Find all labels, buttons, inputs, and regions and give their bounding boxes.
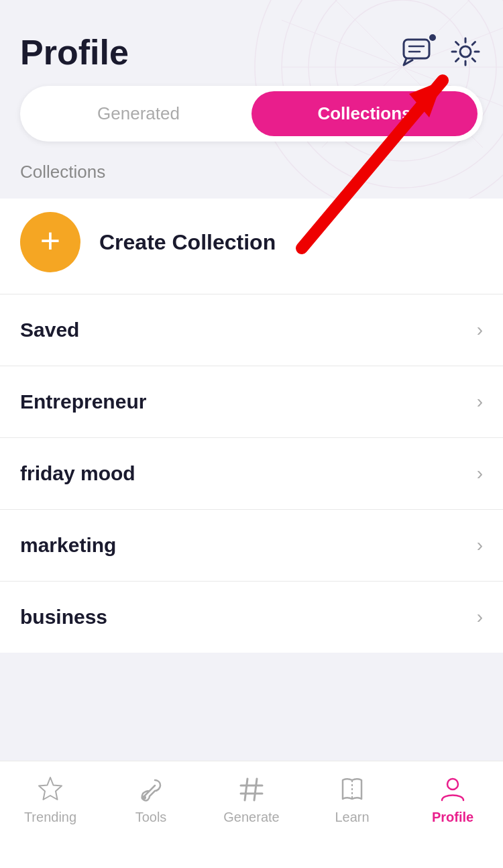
collection-item-business[interactable]: business › [0, 582, 503, 653]
nav-label-profile: Profile [432, 810, 473, 825]
nav-label-tools: Tools [135, 810, 167, 825]
svg-point-10 [142, 796, 146, 800]
collection-item-marketing[interactable]: marketing › [0, 510, 503, 582]
svg-line-11 [245, 779, 247, 800]
collection-name-business: business [20, 606, 107, 629]
create-collection-button[interactable]: + [20, 212, 80, 272]
hash-icon [237, 775, 266, 804]
header: Profile [0, 0, 503, 86]
content-spacer [0, 653, 503, 733]
collection-list: Saved › Entrepreneur › friday mood › mar… [0, 294, 503, 653]
collection-item-saved[interactable]: Saved › [0, 294, 503, 366]
nav-tools[interactable]: Tools [101, 775, 201, 825]
svg-point-16 [447, 779, 458, 790]
header-icons [401, 34, 483, 71]
collection-name-saved: Saved [20, 319, 79, 341]
collection-name-friday-mood: friday mood [20, 462, 135, 485]
nav-generate[interactable]: Generate [201, 775, 302, 825]
nav-label-learn: Learn [335, 810, 369, 825]
svg-point-9 [460, 46, 471, 57]
collection-name-marketing: marketing [20, 534, 116, 557]
tab-generated[interactable]: Generated [25, 91, 252, 136]
nav-label-trending: Trending [24, 810, 76, 825]
chevron-right-icon: › [477, 391, 483, 413]
section-label: Collections [0, 162, 503, 199]
nav-profile[interactable]: Profile [402, 775, 503, 825]
chevron-right-icon: › [477, 463, 483, 484]
chevron-right-icon: › [477, 319, 483, 341]
collection-item-entrepreneur[interactable]: Entrepreneur › [0, 366, 503, 438]
tab-bar: Generated Collections [20, 86, 483, 142]
nav-trending[interactable]: Trending [0, 775, 101, 825]
chevron-right-icon: › [477, 535, 483, 556]
tab-collections[interactable]: Collections [252, 91, 478, 136]
page-title: Profile [20, 32, 129, 72]
svg-line-12 [254, 779, 257, 800]
settings-button[interactable] [448, 34, 483, 71]
collection-item-friday-mood[interactable]: friday mood › [0, 438, 503, 510]
star-icon [36, 775, 65, 804]
plus-icon: + [40, 223, 60, 258]
notification-button[interactable] [401, 34, 436, 71]
nav-learn[interactable]: Learn [302, 775, 402, 825]
nav-label-generate: Generate [223, 810, 279, 825]
notification-dot [428, 33, 437, 42]
chevron-right-icon: › [477, 606, 483, 628]
collection-name-entrepreneur: Entrepreneur [20, 390, 146, 413]
gear-icon [448, 34, 483, 69]
svg-rect-6 [404, 40, 429, 58]
bottom-nav: Trending Tools Generate Learn Profile [0, 761, 503, 868]
person-icon [438, 775, 467, 804]
book-icon [337, 775, 367, 804]
create-collection-row[interactable]: + Create Collection [0, 199, 503, 294]
create-collection-label: Create Collection [99, 230, 276, 255]
tools-icon [136, 775, 166, 804]
